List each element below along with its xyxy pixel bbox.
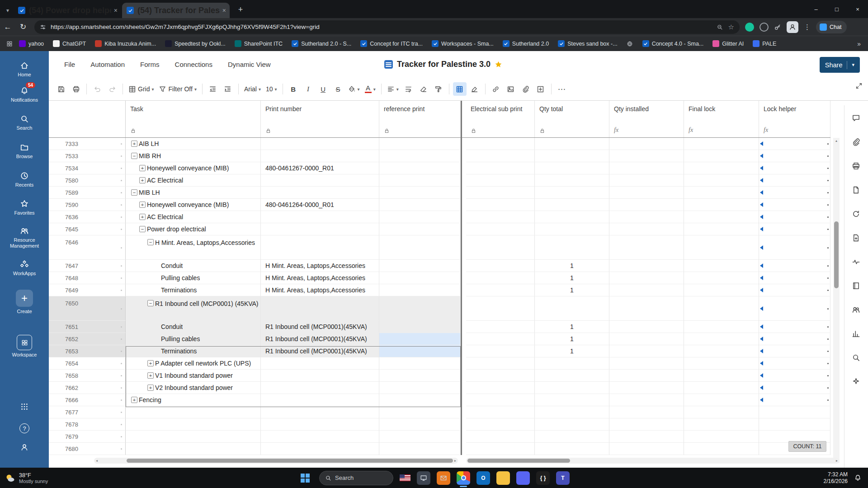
- cell-print-number[interactable]: H Mint. Areas, Laptops,Accessories: [261, 284, 379, 296]
- cell-task[interactable]: Conduit: [126, 260, 261, 272]
- contacts-icon[interactable]: [849, 302, 863, 317]
- row-number[interactable]: 7650: [49, 296, 126, 321]
- cell-print-number[interactable]: [261, 211, 379, 223]
- row-number[interactable]: 7646: [49, 235, 126, 260]
- cell-electrical-sub-print[interactable]: [466, 406, 535, 418]
- cell-print-number[interactable]: [261, 187, 379, 199]
- cell-print-number[interactable]: [261, 235, 379, 260]
- filter-selector[interactable]: Filter Off▾: [157, 82, 198, 96]
- row-number[interactable]: 7662: [49, 382, 126, 394]
- row-number[interactable]: 7658: [49, 370, 126, 382]
- documents-icon[interactable]: [849, 183, 863, 197]
- cell-qty-total[interactable]: 1: [535, 333, 609, 345]
- cell-lock-helper[interactable]: [759, 321, 830, 333]
- cell-print-number[interactable]: [261, 382, 379, 394]
- cell-qty-installed[interactable]: [609, 272, 684, 284]
- cell-task[interactable]: +V2 Inbound standard power: [126, 382, 261, 394]
- column-header-qty-total[interactable]: Qty total: [535, 101, 609, 137]
- cell-lock-helper[interactable]: [759, 382, 830, 394]
- ai-assist-icon[interactable]: [849, 374, 863, 389]
- close-button[interactable]: ×: [847, 0, 868, 18]
- cell-electrical-sub-print[interactable]: [466, 394, 535, 406]
- cell-reference-print[interactable]: [379, 321, 461, 333]
- cell-electrical-sub-print[interactable]: [466, 443, 535, 455]
- cell-electrical-sub-print[interactable]: [466, 418, 535, 431]
- cell-print-number[interactable]: R1 Inbound cell (MCP0001)(45KVA): [261, 333, 379, 345]
- cell-final-lock[interactable]: [684, 345, 759, 357]
- cell-final-lock[interactable]: [684, 333, 759, 345]
- undo-button[interactable]: [90, 82, 104, 96]
- cell-qty-installed[interactable]: [609, 199, 684, 211]
- cell-electrical-sub-print[interactable]: [466, 370, 535, 382]
- cell-reference-print[interactable]: [379, 296, 461, 321]
- italic-button[interactable]: I: [302, 82, 315, 96]
- cell-qty-installed[interactable]: [609, 150, 684, 162]
- cell-qty-total[interactable]: [535, 394, 609, 406]
- cell-qty-installed[interactable]: [609, 382, 684, 394]
- summary-icon[interactable]: [849, 278, 863, 293]
- bookmark-chatgpt[interactable]: ChatGPT: [53, 40, 86, 47]
- cell-task[interactable]: −MIB RH: [126, 150, 261, 162]
- cell-qty-installed[interactable]: [609, 418, 684, 431]
- cell-electrical-sub-print[interactable]: [466, 382, 535, 394]
- bookmark-glitter-ai[interactable]: Glitter AI: [712, 40, 744, 47]
- cell-print-number[interactable]: R1 Inbound cell (MCP0001)(45KVA): [261, 321, 379, 333]
- sidebar-item-favorites[interactable]: Favorites: [0, 199, 49, 216]
- align-button[interactable]: ▾: [385, 82, 401, 96]
- cell-final-lock[interactable]: [684, 223, 759, 235]
- menu-automation[interactable]: Automation: [90, 61, 125, 68]
- file-explorer-app-icon[interactable]: [496, 471, 510, 485]
- cell-final-lock[interactable]: [684, 382, 759, 394]
- taskbar-clock[interactable]: 7:32 AM 2/16/2026: [824, 471, 848, 485]
- column-header-qty-installed[interactable]: Qty installedfx: [609, 101, 684, 137]
- bookmark-sutherland-2-0-s[interactable]: Sutherland 2.0 - S...: [292, 40, 351, 47]
- cell-task[interactable]: +Honeywell conveyance (MIB): [126, 162, 261, 174]
- browser-menu-icon[interactable]: ⋮: [804, 23, 811, 31]
- cell-qty-total[interactable]: [535, 370, 609, 382]
- sidebar-item-workspace[interactable]: Workspace: [0, 335, 49, 358]
- collapse-toggle-icon[interactable]: −: [147, 239, 154, 245]
- scroll-up-icon[interactable]: ▴: [833, 139, 840, 143]
- cell-print-number[interactable]: [261, 418, 379, 431]
- cell-final-lock[interactable]: [684, 394, 759, 406]
- cell-print-number[interactable]: R1 Inbound cell (MCP0001)(45KVA): [261, 345, 379, 357]
- cell-task[interactable]: +AC Electrical: [126, 174, 261, 187]
- highlight-button[interactable]: [468, 82, 481, 96]
- fill-color-button[interactable]: ▾: [346, 82, 362, 96]
- bookmark-sutherland-2-0[interactable]: Sutherland 2.0: [503, 40, 549, 47]
- cell-electrical-sub-print[interactable]: [466, 333, 535, 345]
- cell-electrical-sub-print[interactable]: [466, 345, 535, 357]
- row-number[interactable]: 7680: [49, 443, 126, 455]
- cell-print-number[interactable]: [261, 431, 379, 443]
- row-number[interactable]: 7652: [49, 333, 126, 345]
- cell-final-lock[interactable]: [684, 284, 759, 296]
- cell-reference-print[interactable]: [379, 199, 461, 211]
- cell-lock-helper[interactable]: [759, 174, 830, 187]
- cell-task[interactable]: +Honeywell conveyance (MIB): [126, 199, 261, 211]
- forms-icon[interactable]: [849, 230, 863, 245]
- cell-qty-total[interactable]: 1: [535, 260, 609, 272]
- cell-reference-print[interactable]: [379, 138, 461, 150]
- sidebar-item-home[interactable]: Home: [0, 61, 49, 78]
- cell-qty-installed[interactable]: [609, 406, 684, 418]
- collapse-toggle-icon[interactable]: −: [139, 226, 146, 232]
- menu-file[interactable]: File: [64, 61, 75, 68]
- cell-task[interactable]: +P Adapter cell newtork PLC (UPS): [126, 357, 261, 370]
- profile-icon[interactable]: [0, 443, 49, 451]
- share-button[interactable]: Share ▾: [820, 57, 860, 73]
- cell-reference-print[interactable]: [379, 150, 461, 162]
- cell-qty-installed[interactable]: [609, 284, 684, 296]
- tab-search-icon[interactable]: ▾: [6, 7, 9, 14]
- cell-reference-print[interactable]: [379, 394, 461, 406]
- cell-print-number[interactable]: H Mint. Areas, Laptops,Accessories: [261, 260, 379, 272]
- cell-reference-print[interactable]: [379, 382, 461, 394]
- cell-task[interactable]: −R1 Inbound cell (MCP0001) (45KVA): [126, 296, 261, 321]
- row-number[interactable]: 7654: [49, 357, 126, 370]
- cell-final-lock[interactable]: [684, 150, 759, 162]
- cell-task[interactable]: Terminations: [126, 284, 261, 296]
- cell-qty-total[interactable]: [535, 187, 609, 199]
- save-button[interactable]: [54, 82, 68, 96]
- bookmark-workspaces-sma[interactable]: Workspaces - Sma...: [432, 40, 494, 47]
- cell-lock-helper[interactable]: [759, 284, 830, 296]
- expand-toggle-icon[interactable]: +: [139, 202, 146, 208]
